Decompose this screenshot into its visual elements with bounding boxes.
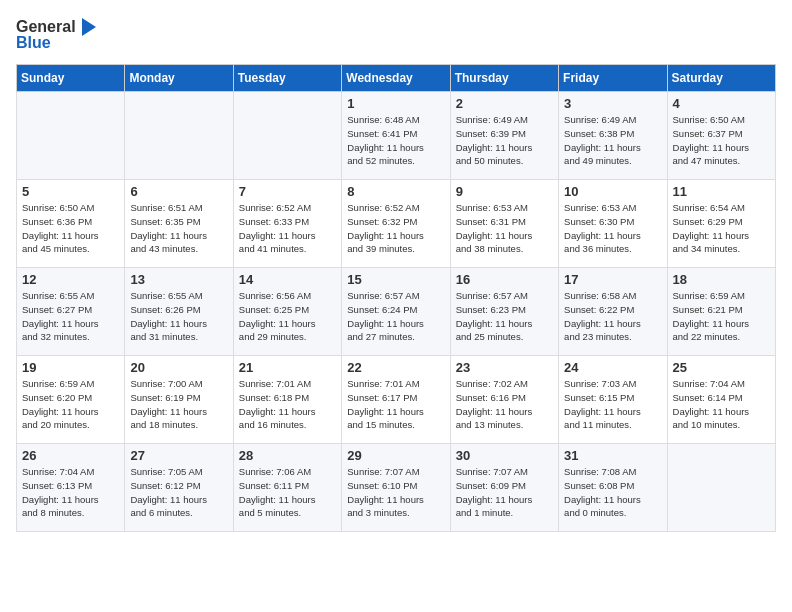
day-number: 20 xyxy=(130,360,227,375)
calendar-header-row: SundayMondayTuesdayWednesdayThursdayFrid… xyxy=(17,65,776,92)
day-info: Sunrise: 6:59 AM Sunset: 6:20 PM Dayligh… xyxy=(22,377,119,432)
calendar-cell xyxy=(667,444,775,532)
day-number: 18 xyxy=(673,272,770,287)
calendar-cell: 19Sunrise: 6:59 AM Sunset: 6:20 PM Dayli… xyxy=(17,356,125,444)
calendar-week-1: 5Sunrise: 6:50 AM Sunset: 6:36 PM Daylig… xyxy=(17,180,776,268)
day-number: 13 xyxy=(130,272,227,287)
day-info: Sunrise: 6:54 AM Sunset: 6:29 PM Dayligh… xyxy=(673,201,770,256)
logo: General Blue xyxy=(16,16,100,52)
calendar-cell: 4Sunrise: 6:50 AM Sunset: 6:37 PM Daylig… xyxy=(667,92,775,180)
day-number: 16 xyxy=(456,272,553,287)
day-number: 27 xyxy=(130,448,227,463)
day-number: 31 xyxy=(564,448,661,463)
calendar-cell xyxy=(125,92,233,180)
header-friday: Friday xyxy=(559,65,667,92)
calendar-cell: 28Sunrise: 7:06 AM Sunset: 6:11 PM Dayli… xyxy=(233,444,341,532)
calendar-cell: 22Sunrise: 7:01 AM Sunset: 6:17 PM Dayli… xyxy=(342,356,450,444)
calendar-week-2: 12Sunrise: 6:55 AM Sunset: 6:27 PM Dayli… xyxy=(17,268,776,356)
day-info: Sunrise: 7:08 AM Sunset: 6:08 PM Dayligh… xyxy=(564,465,661,520)
day-number: 12 xyxy=(22,272,119,287)
calendar-cell: 27Sunrise: 7:05 AM Sunset: 6:12 PM Dayli… xyxy=(125,444,233,532)
day-info: Sunrise: 7:03 AM Sunset: 6:15 PM Dayligh… xyxy=(564,377,661,432)
header-wednesday: Wednesday xyxy=(342,65,450,92)
day-number: 4 xyxy=(673,96,770,111)
day-info: Sunrise: 6:57 AM Sunset: 6:23 PM Dayligh… xyxy=(456,289,553,344)
day-info: Sunrise: 6:53 AM Sunset: 6:30 PM Dayligh… xyxy=(564,201,661,256)
day-number: 10 xyxy=(564,184,661,199)
header-saturday: Saturday xyxy=(667,65,775,92)
day-number: 11 xyxy=(673,184,770,199)
calendar-cell: 13Sunrise: 6:55 AM Sunset: 6:26 PM Dayli… xyxy=(125,268,233,356)
calendar-cell: 31Sunrise: 7:08 AM Sunset: 6:08 PM Dayli… xyxy=(559,444,667,532)
calendar-week-4: 26Sunrise: 7:04 AM Sunset: 6:13 PM Dayli… xyxy=(17,444,776,532)
calendar-cell: 10Sunrise: 6:53 AM Sunset: 6:30 PM Dayli… xyxy=(559,180,667,268)
day-number: 23 xyxy=(456,360,553,375)
day-info: Sunrise: 7:06 AM Sunset: 6:11 PM Dayligh… xyxy=(239,465,336,520)
day-number: 26 xyxy=(22,448,119,463)
day-info: Sunrise: 6:53 AM Sunset: 6:31 PM Dayligh… xyxy=(456,201,553,256)
day-number: 15 xyxy=(347,272,444,287)
day-number: 29 xyxy=(347,448,444,463)
svg-marker-0 xyxy=(82,18,96,36)
calendar-cell: 11Sunrise: 6:54 AM Sunset: 6:29 PM Dayli… xyxy=(667,180,775,268)
day-number: 3 xyxy=(564,96,661,111)
day-number: 8 xyxy=(347,184,444,199)
day-number: 25 xyxy=(673,360,770,375)
calendar-cell: 9Sunrise: 6:53 AM Sunset: 6:31 PM Daylig… xyxy=(450,180,558,268)
calendar-table: SundayMondayTuesdayWednesdayThursdayFrid… xyxy=(16,64,776,532)
day-number: 30 xyxy=(456,448,553,463)
day-info: Sunrise: 6:51 AM Sunset: 6:35 PM Dayligh… xyxy=(130,201,227,256)
calendar-cell xyxy=(17,92,125,180)
calendar-cell: 30Sunrise: 7:07 AM Sunset: 6:09 PM Dayli… xyxy=(450,444,558,532)
day-number: 6 xyxy=(130,184,227,199)
day-info: Sunrise: 6:55 AM Sunset: 6:27 PM Dayligh… xyxy=(22,289,119,344)
calendar-cell: 25Sunrise: 7:04 AM Sunset: 6:14 PM Dayli… xyxy=(667,356,775,444)
header-sunday: Sunday xyxy=(17,65,125,92)
calendar-cell: 2Sunrise: 6:49 AM Sunset: 6:39 PM Daylig… xyxy=(450,92,558,180)
calendar-cell: 18Sunrise: 6:59 AM Sunset: 6:21 PM Dayli… xyxy=(667,268,775,356)
day-info: Sunrise: 6:58 AM Sunset: 6:22 PM Dayligh… xyxy=(564,289,661,344)
header-thursday: Thursday xyxy=(450,65,558,92)
day-info: Sunrise: 7:07 AM Sunset: 6:09 PM Dayligh… xyxy=(456,465,553,520)
calendar-cell: 23Sunrise: 7:02 AM Sunset: 6:16 PM Dayli… xyxy=(450,356,558,444)
calendar-cell: 3Sunrise: 6:49 AM Sunset: 6:38 PM Daylig… xyxy=(559,92,667,180)
day-info: Sunrise: 7:05 AM Sunset: 6:12 PM Dayligh… xyxy=(130,465,227,520)
calendar-cell: 6Sunrise: 6:51 AM Sunset: 6:35 PM Daylig… xyxy=(125,180,233,268)
day-info: Sunrise: 7:00 AM Sunset: 6:19 PM Dayligh… xyxy=(130,377,227,432)
day-info: Sunrise: 6:55 AM Sunset: 6:26 PM Dayligh… xyxy=(130,289,227,344)
calendar-week-0: 1Sunrise: 6:48 AM Sunset: 6:41 PM Daylig… xyxy=(17,92,776,180)
logo-chevron-icon xyxy=(78,16,100,38)
day-info: Sunrise: 6:50 AM Sunset: 6:36 PM Dayligh… xyxy=(22,201,119,256)
day-number: 7 xyxy=(239,184,336,199)
day-number: 28 xyxy=(239,448,336,463)
day-info: Sunrise: 6:49 AM Sunset: 6:39 PM Dayligh… xyxy=(456,113,553,168)
calendar-cell: 12Sunrise: 6:55 AM Sunset: 6:27 PM Dayli… xyxy=(17,268,125,356)
day-number: 24 xyxy=(564,360,661,375)
day-number: 9 xyxy=(456,184,553,199)
calendar-cell xyxy=(233,92,341,180)
day-number: 17 xyxy=(564,272,661,287)
day-number: 19 xyxy=(22,360,119,375)
calendar-cell: 21Sunrise: 7:01 AM Sunset: 6:18 PM Dayli… xyxy=(233,356,341,444)
calendar-cell: 29Sunrise: 7:07 AM Sunset: 6:10 PM Dayli… xyxy=(342,444,450,532)
day-info: Sunrise: 7:04 AM Sunset: 6:13 PM Dayligh… xyxy=(22,465,119,520)
calendar-cell: 20Sunrise: 7:00 AM Sunset: 6:19 PM Dayli… xyxy=(125,356,233,444)
calendar-cell: 24Sunrise: 7:03 AM Sunset: 6:15 PM Dayli… xyxy=(559,356,667,444)
day-info: Sunrise: 7:04 AM Sunset: 6:14 PM Dayligh… xyxy=(673,377,770,432)
calendar-cell: 1Sunrise: 6:48 AM Sunset: 6:41 PM Daylig… xyxy=(342,92,450,180)
day-info: Sunrise: 7:01 AM Sunset: 6:17 PM Dayligh… xyxy=(347,377,444,432)
calendar-cell: 17Sunrise: 6:58 AM Sunset: 6:22 PM Dayli… xyxy=(559,268,667,356)
day-number: 5 xyxy=(22,184,119,199)
header-tuesday: Tuesday xyxy=(233,65,341,92)
calendar-cell: 7Sunrise: 6:52 AM Sunset: 6:33 PM Daylig… xyxy=(233,180,341,268)
day-info: Sunrise: 7:01 AM Sunset: 6:18 PM Dayligh… xyxy=(239,377,336,432)
day-info: Sunrise: 6:56 AM Sunset: 6:25 PM Dayligh… xyxy=(239,289,336,344)
day-info: Sunrise: 7:02 AM Sunset: 6:16 PM Dayligh… xyxy=(456,377,553,432)
day-number: 2 xyxy=(456,96,553,111)
calendar-cell: 5Sunrise: 6:50 AM Sunset: 6:36 PM Daylig… xyxy=(17,180,125,268)
calendar-cell: 15Sunrise: 6:57 AM Sunset: 6:24 PM Dayli… xyxy=(342,268,450,356)
calendar-cell: 8Sunrise: 6:52 AM Sunset: 6:32 PM Daylig… xyxy=(342,180,450,268)
day-number: 14 xyxy=(239,272,336,287)
header-monday: Monday xyxy=(125,65,233,92)
day-info: Sunrise: 6:48 AM Sunset: 6:41 PM Dayligh… xyxy=(347,113,444,168)
